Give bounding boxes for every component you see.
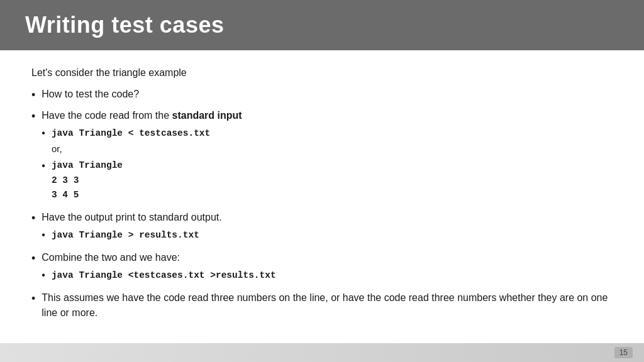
- sub-content: java Triangle > results.txt: [52, 228, 613, 243]
- list-item: • How to test the code?: [31, 87, 613, 103]
- sub-list-item: • java Triangle < testcases.txt or,: [42, 126, 613, 156]
- bullet-text: How to test the code?: [42, 87, 613, 102]
- list-item: • Have the output print to standard outp…: [31, 210, 613, 245]
- sub-list-item: • java Triangle2 3 33 4 5: [42, 158, 613, 202]
- sub-bullet-icon: •: [42, 268, 45, 283]
- bullet-text: Have the code read from the standard inp…: [42, 108, 613, 205]
- slide-content: Let's consider the triangle example • Ho…: [0, 50, 644, 343]
- code-text: java Triangle2 3 33 4 5: [52, 158, 613, 202]
- sub-bullet-icon: •: [42, 126, 45, 141]
- sub-content: java Triangle < testcases.txt or,: [52, 126, 613, 156]
- sub-list: • java Triangle < testcases.txt or, • ja…: [42, 126, 613, 202]
- bullet-icon: •: [31, 251, 35, 266]
- sub-list: • java Triangle <testcases.txt >results.…: [42, 268, 613, 283]
- bullet-icon: •: [31, 211, 35, 226]
- bullet-icon: •: [31, 87, 35, 103]
- code-text: java Triangle > results.txt: [52, 230, 199, 240]
- main-list: • How to test the code? • Have the code …: [31, 87, 613, 321]
- bold-text: standard input: [172, 110, 242, 121]
- bullet-icon: •: [31, 109, 35, 124]
- slide-title: Writing test cases: [25, 12, 224, 38]
- bullet-icon: •: [31, 291, 35, 307]
- sub-list-item: • java Triangle <testcases.txt >results.…: [42, 268, 613, 283]
- code-text: java Triangle <testcases.txt >results.tx…: [52, 270, 276, 280]
- sub-list: • java Triangle > results.txt: [42, 228, 613, 243]
- slide-header: Writing test cases: [0, 0, 644, 50]
- bullet-text: This assumes we have the code read three…: [42, 290, 613, 321]
- list-item: • Have the code read from the standard i…: [31, 108, 613, 205]
- sub-content: java Triangle2 3 33 4 5: [52, 158, 613, 202]
- sub-bullet-icon: •: [42, 228, 45, 243]
- slide-number: 15: [614, 347, 633, 358]
- sub-list-item: • java Triangle > results.txt: [42, 228, 613, 243]
- sub-bullet-icon: •: [42, 158, 45, 173]
- intro-text: Let's consider the triangle example: [31, 65, 613, 80]
- sub-content: java Triangle <testcases.txt >results.tx…: [52, 268, 613, 283]
- bullet-text: Combine the two and we have: • java Tria…: [42, 250, 613, 285]
- bullet-text: Have the output print to standard output…: [42, 210, 613, 245]
- code-text: java Triangle < testcases.txt: [52, 128, 210, 138]
- slide-footer: 15: [0, 343, 644, 362]
- list-item: • Combine the two and we have: • java Tr…: [31, 250, 613, 285]
- slide: Writing test cases Let's consider the tr…: [0, 0, 644, 362]
- or-text: or,: [52, 142, 613, 156]
- list-item: • This assumes we have the code read thr…: [31, 290, 613, 321]
